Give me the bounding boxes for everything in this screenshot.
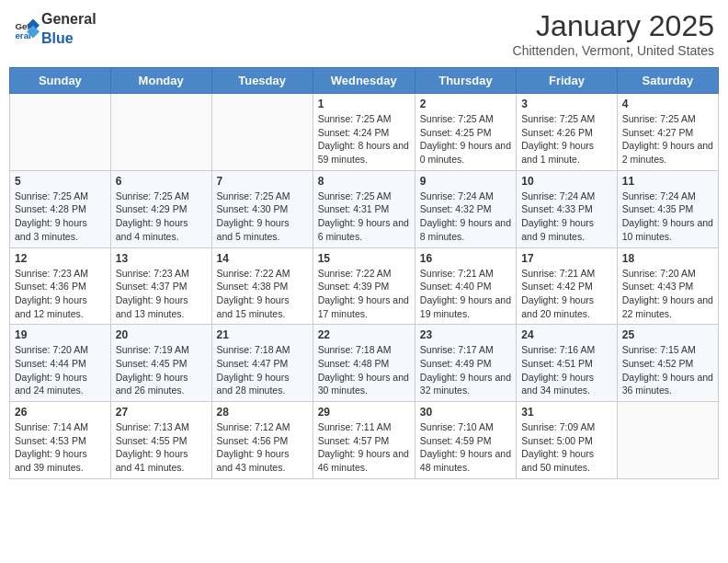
- calendar-cell: 25Sunrise: 7:15 AMSunset: 4:52 PMDayligh…: [617, 325, 718, 402]
- day-number: 4: [622, 98, 713, 110]
- day-info: Sunrise: 7:23 AMSunset: 4:36 PMDaylight:…: [15, 267, 106, 321]
- calendar-cell: 4Sunrise: 7:25 AMSunset: 4:27 PMDaylight…: [617, 94, 718, 171]
- day-info: Sunrise: 7:21 AMSunset: 4:42 PMDaylight:…: [521, 267, 612, 321]
- calendar-cell: 29Sunrise: 7:11 AMSunset: 4:57 PMDayligh…: [313, 402, 415, 479]
- calendar-cell: 5Sunrise: 7:25 AMSunset: 4:28 PMDaylight…: [10, 170, 111, 247]
- calendar-cell: 11Sunrise: 7:24 AMSunset: 4:35 PMDayligh…: [617, 170, 718, 247]
- calendar-cell: 1Sunrise: 7:25 AMSunset: 4:24 PMDaylight…: [313, 94, 415, 171]
- day-info: Sunrise: 7:25 AMSunset: 4:26 PMDaylight:…: [521, 112, 612, 167]
- day-number: 20: [116, 328, 207, 341]
- day-number: 7: [217, 175, 308, 188]
- day-info: Sunrise: 7:21 AMSunset: 4:40 PMDaylight:…: [420, 267, 511, 321]
- day-number: 10: [521, 175, 612, 188]
- calendar-cell: 9Sunrise: 7:24 AMSunset: 4:32 PMDaylight…: [415, 170, 516, 247]
- day-info: Sunrise: 7:25 AMSunset: 4:30 PMDaylight:…: [217, 190, 308, 244]
- day-number: 1: [318, 98, 410, 110]
- day-number: 23: [420, 328, 511, 341]
- day-info: Sunrise: 7:25 AMSunset: 4:24 PMDaylight:…: [318, 112, 410, 167]
- calendar-cell: 31Sunrise: 7:09 AMSunset: 5:00 PMDayligh…: [517, 402, 618, 479]
- calendar-cell: 13Sunrise: 7:23 AMSunset: 4:37 PMDayligh…: [110, 247, 211, 325]
- day-number: 15: [318, 252, 410, 265]
- calendar-cell: 22Sunrise: 7:18 AMSunset: 4:48 PMDayligh…: [313, 325, 415, 402]
- weekday-header-friday: Friday: [517, 68, 618, 94]
- day-info: Sunrise: 7:19 AMSunset: 4:45 PMDaylight:…: [116, 343, 207, 397]
- day-number: 26: [15, 406, 106, 419]
- day-info: Sunrise: 7:20 AMSunset: 4:44 PMDaylight:…: [15, 343, 106, 397]
- calendar-cell: [211, 94, 313, 171]
- day-info: Sunrise: 7:24 AMSunset: 4:33 PMDaylight:…: [521, 190, 612, 244]
- day-info: Sunrise: 7:24 AMSunset: 4:32 PMDaylight:…: [420, 190, 511, 244]
- logo-blue-text: Blue: [41, 30, 74, 46]
- day-info: Sunrise: 7:15 AMSunset: 4:52 PMDaylight:…: [622, 343, 713, 397]
- day-number: 17: [521, 252, 612, 265]
- calendar-cell: [110, 94, 211, 171]
- day-info: Sunrise: 7:18 AMSunset: 4:48 PMDaylight:…: [318, 343, 410, 397]
- day-number: 12: [15, 252, 106, 265]
- title-block: January 2025 Chittenden, Vermont, United…: [513, 9, 714, 58]
- day-number: 14: [217, 252, 308, 265]
- calendar-cell: 8Sunrise: 7:25 AMSunset: 4:31 PMDaylight…: [313, 170, 415, 247]
- calendar-cell: [10, 94, 111, 171]
- calendar-cell: 10Sunrise: 7:24 AMSunset: 4:33 PMDayligh…: [517, 170, 618, 247]
- calendar-week-row: 5Sunrise: 7:25 AMSunset: 4:28 PMDaylight…: [10, 170, 719, 247]
- day-info: Sunrise: 7:10 AMSunset: 4:59 PMDaylight:…: [420, 420, 511, 475]
- day-info: Sunrise: 7:23 AMSunset: 4:37 PMDaylight:…: [116, 267, 207, 321]
- day-info: Sunrise: 7:18 AMSunset: 4:47 PMDaylight:…: [217, 343, 308, 397]
- calendar-cell: [617, 402, 718, 479]
- weekday-header-row: SundayMondayTuesdayWednesdayThursdayFrid…: [10, 68, 719, 94]
- day-info: Sunrise: 7:22 AMSunset: 4:38 PMDaylight:…: [217, 267, 308, 321]
- day-number: 5: [15, 175, 106, 188]
- calendar-cell: 15Sunrise: 7:22 AMSunset: 4:39 PMDayligh…: [313, 247, 415, 325]
- day-number: 3: [521, 98, 612, 110]
- calendar-cell: 23Sunrise: 7:17 AMSunset: 4:49 PMDayligh…: [415, 325, 516, 402]
- day-number: 19: [15, 328, 106, 341]
- calendar-cell: 3Sunrise: 7:25 AMSunset: 4:26 PMDaylight…: [517, 94, 618, 171]
- day-info: Sunrise: 7:13 AMSunset: 4:55 PMDaylight:…: [116, 420, 207, 475]
- location-text: Chittenden, Vermont, United States: [513, 43, 714, 58]
- weekday-header-monday: Monday: [110, 68, 211, 94]
- weekday-header-saturday: Saturday: [617, 68, 718, 94]
- calendar-table: SundayMondayTuesdayWednesdayThursdayFrid…: [9, 67, 719, 479]
- day-number: 21: [217, 328, 308, 341]
- day-info: Sunrise: 7:16 AMSunset: 4:51 PMDaylight:…: [521, 343, 612, 397]
- calendar-week-row: 1Sunrise: 7:25 AMSunset: 4:24 PMDaylight…: [10, 94, 719, 171]
- calendar-cell: 6Sunrise: 7:25 AMSunset: 4:29 PMDaylight…: [110, 170, 211, 247]
- day-number: 27: [116, 406, 207, 419]
- day-info: Sunrise: 7:25 AMSunset: 4:29 PMDaylight:…: [116, 190, 207, 244]
- day-info: Sunrise: 7:25 AMSunset: 4:25 PMDaylight:…: [420, 112, 511, 167]
- calendar-cell: 28Sunrise: 7:12 AMSunset: 4:56 PMDayligh…: [211, 402, 313, 479]
- calendar-cell: 7Sunrise: 7:25 AMSunset: 4:30 PMDaylight…: [211, 170, 313, 247]
- day-number: 24: [521, 328, 612, 341]
- calendar-cell: 24Sunrise: 7:16 AMSunset: 4:51 PMDayligh…: [517, 325, 618, 402]
- day-number: 2: [420, 98, 511, 110]
- day-number: 16: [420, 252, 511, 265]
- day-info: Sunrise: 7:25 AMSunset: 4:31 PMDaylight:…: [318, 190, 410, 244]
- calendar-cell: 20Sunrise: 7:19 AMSunset: 4:45 PMDayligh…: [110, 325, 211, 402]
- day-info: Sunrise: 7:12 AMSunset: 4:56 PMDaylight:…: [217, 420, 308, 475]
- calendar-cell: 14Sunrise: 7:22 AMSunset: 4:38 PMDayligh…: [211, 247, 313, 325]
- calendar-cell: 17Sunrise: 7:21 AMSunset: 4:42 PMDayligh…: [517, 247, 618, 325]
- weekday-header-sunday: Sunday: [10, 68, 111, 94]
- weekday-header-wednesday: Wednesday: [313, 68, 415, 94]
- day-info: Sunrise: 7:22 AMSunset: 4:39 PMDaylight:…: [318, 267, 410, 321]
- calendar-cell: 30Sunrise: 7:10 AMSunset: 4:59 PMDayligh…: [415, 402, 516, 479]
- weekday-header-thursday: Thursday: [415, 68, 516, 94]
- calendar-week-row: 12Sunrise: 7:23 AMSunset: 4:36 PMDayligh…: [10, 247, 719, 325]
- weekday-header-tuesday: Tuesday: [211, 68, 313, 94]
- day-info: Sunrise: 7:20 AMSunset: 4:43 PMDaylight:…: [622, 267, 713, 321]
- day-number: 29: [318, 406, 410, 419]
- calendar-week-row: 26Sunrise: 7:14 AMSunset: 4:53 PMDayligh…: [10, 402, 719, 479]
- calendar-cell: 27Sunrise: 7:13 AMSunset: 4:55 PMDayligh…: [110, 402, 211, 479]
- calendar-cell: 12Sunrise: 7:23 AMSunset: 4:36 PMDayligh…: [10, 247, 111, 325]
- day-number: 11: [622, 175, 713, 188]
- logo-icon: Gen eral: [14, 16, 40, 41]
- day-number: 6: [116, 175, 207, 188]
- calendar-cell: 18Sunrise: 7:20 AMSunset: 4:43 PMDayligh…: [617, 247, 718, 325]
- logo: Gen eral General Blue: [14, 9, 97, 48]
- day-info: Sunrise: 7:11 AMSunset: 4:57 PMDaylight:…: [318, 420, 410, 475]
- day-info: Sunrise: 7:17 AMSunset: 4:49 PMDaylight:…: [420, 343, 511, 397]
- day-number: 18: [622, 252, 713, 265]
- day-number: 13: [116, 252, 207, 265]
- day-number: 31: [521, 406, 612, 419]
- day-info: Sunrise: 7:25 AMSunset: 4:28 PMDaylight:…: [15, 190, 106, 244]
